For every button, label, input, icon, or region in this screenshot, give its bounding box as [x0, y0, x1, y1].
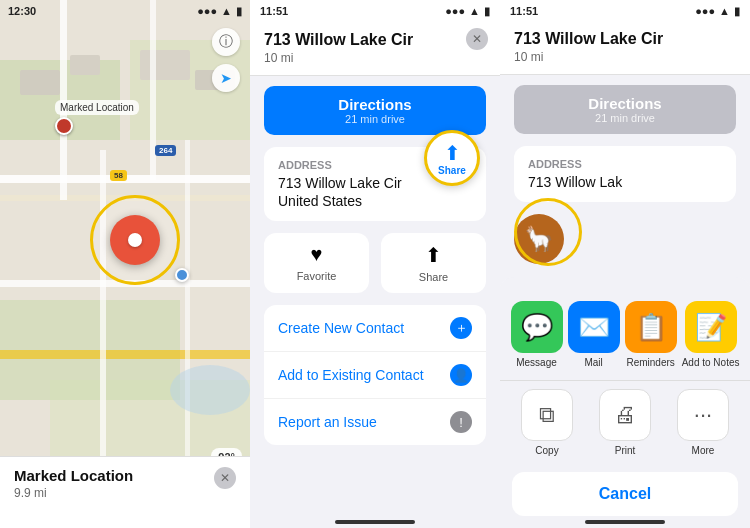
- map-location-info: Marked Location 9.9 mi: [14, 467, 214, 500]
- map-bottom-bar: Marked Location 9.9 mi ✕: [0, 456, 250, 528]
- share-bubble-label: Share: [438, 165, 466, 176]
- share-actions-row: ⧉ Copy 🖨 Print ··· More: [500, 380, 750, 464]
- detail-status-icons: ●●● ▲ ▮: [445, 5, 490, 18]
- svg-rect-7: [140, 50, 190, 80]
- map-panel: 12:30 ●●● ▲ ▮ ⓘ ➤ 58 264 Marked Location…: [0, 0, 250, 528]
- share-icon-bubble: ⬆ Share: [424, 130, 480, 186]
- print-label: Print: [615, 445, 636, 456]
- pin-dot: [55, 117, 73, 135]
- detail-status-bar: 11:51 ●●● ▲ ▮: [250, 0, 500, 22]
- share-address-label-bg: Address: [528, 158, 722, 170]
- notes-app-label: Add to Notes: [682, 357, 740, 368]
- detail-body: Address 713 Willow Lake Cir United State…: [250, 135, 500, 528]
- share-header-bg: 713 Willow Lake Cir 10 mi: [500, 22, 750, 75]
- pin-center: [128, 233, 142, 247]
- share-home-indicator: [585, 520, 665, 524]
- favorite-button[interactable]: ♥ Favorite: [264, 233, 369, 293]
- share-status-bar-bg: 11:51 ●●● ▲ ▮: [500, 0, 750, 22]
- detail-battery-icon: ▮: [484, 5, 490, 18]
- action-buttons-row: ♥ Favorite ⬆ Share: [264, 233, 486, 293]
- user-location-dot: [175, 268, 189, 282]
- create-contact-item[interactable]: Create New Contact ＋: [264, 305, 486, 352]
- road-58-label: 58: [110, 170, 127, 181]
- reminders-app-icon: 📋: [625, 301, 677, 353]
- map-location-title: Marked Location: [14, 467, 214, 484]
- plus-icon: ＋: [450, 317, 472, 339]
- notes-app-icon: 📝: [685, 301, 737, 353]
- copy-action-item[interactable]: ⧉ Copy: [521, 389, 573, 456]
- reminders-app-label: Reminders: [626, 357, 674, 368]
- report-issue-item[interactable]: Report an Issue !: [264, 399, 486, 445]
- selected-pin-ring: [90, 195, 180, 285]
- message-app-icon: 💬: [511, 301, 563, 353]
- status-time: 12:30: [8, 5, 36, 17]
- share-sheet: 💬 Message ✉️ Mail 📋 Reminders 📝 Add to N…: [500, 277, 750, 528]
- battery-icon: ▮: [236, 5, 242, 18]
- detail-wifi-icon: ▲: [469, 5, 480, 17]
- copy-label: Copy: [535, 445, 558, 456]
- contact-avatar: 🦙: [514, 214, 564, 264]
- cancel-label: Cancel: [599, 485, 651, 502]
- directions-button-label: Directions: [274, 96, 476, 113]
- mail-app-icon: ✉️: [568, 301, 620, 353]
- create-contact-label: Create New Contact: [278, 320, 404, 336]
- detail-header: 713 Willow Lake Cir 10 mi: [250, 22, 500, 76]
- print-icon: 🖨: [599, 389, 651, 441]
- detail-distance: 10 mi: [264, 51, 486, 65]
- road-264-label: 264: [155, 145, 176, 156]
- info-button[interactable]: ⓘ: [212, 28, 240, 56]
- directions-button[interactable]: Directions 21 min drive: [264, 86, 486, 135]
- share-address-bg: Address 713 Willow Lak: [514, 146, 736, 202]
- share-label: Share: [419, 271, 448, 283]
- svg-rect-6: [70, 55, 100, 75]
- share-button[interactable]: ⬆ Share: [381, 233, 486, 293]
- svg-rect-14: [0, 350, 250, 359]
- compass-button[interactable]: ➤: [212, 64, 240, 92]
- share-apps-row: 💬 Message ✉️ Mail 📋 Reminders 📝 Add to N…: [500, 289, 750, 380]
- map-location-distance: 9.9 mi: [14, 486, 214, 500]
- add-contact-label: Add to Existing Contact: [278, 367, 424, 383]
- share-title-bg: 713 Willow Lake Cir: [514, 30, 736, 48]
- add-contact-item[interactable]: Add to Existing Contact 👤: [264, 352, 486, 399]
- selected-pin: [110, 215, 160, 265]
- person-icon: 👤: [450, 364, 472, 386]
- detail-panel: 11:51 ●●● ▲ ▮ 713 Willow Lake Cir 10 mi …: [250, 0, 500, 528]
- detail-close-button[interactable]: ✕: [466, 28, 488, 50]
- share-directions-label-bg: Directions: [524, 95, 726, 112]
- copy-icon: ⧉: [521, 389, 573, 441]
- report-issue-label: Report an Issue: [278, 414, 377, 430]
- wifi-icon: ▲: [221, 5, 232, 17]
- share-avatar-row: 🦙: [514, 214, 736, 264]
- more-label: More: [692, 445, 715, 456]
- marked-location-pin[interactable]: Marked Location: [55, 100, 139, 135]
- signal-icon: ●●●: [197, 5, 217, 17]
- reminders-app-item[interactable]: 📋 Reminders: [625, 301, 677, 368]
- favorite-label: Favorite: [297, 270, 337, 282]
- share-bubble-icon: ⬆: [444, 141, 461, 165]
- share-address-value-bg: 713 Willow Lak: [528, 174, 722, 190]
- share-directions-sub-bg: 21 min drive: [524, 112, 726, 124]
- share-distance-bg: 10 mi: [514, 50, 736, 64]
- status-bar: 12:30 ●●● ▲ ▮: [0, 0, 250, 22]
- svg-rect-5: [20, 70, 60, 95]
- share-panel: 11:51 ●●● ▲ ▮ 713 Willow Lake Cir 10 mi …: [500, 0, 750, 528]
- directions-button-sublabel: 21 min drive: [274, 113, 476, 125]
- status-icons: ●●● ▲ ▮: [197, 5, 242, 18]
- pin-label: Marked Location: [55, 100, 139, 115]
- mail-app-item[interactable]: ✉️ Mail: [568, 301, 620, 368]
- more-action-item[interactable]: ··· More: [677, 389, 729, 456]
- share-directions-btn-bg: Directions 21 min drive: [514, 85, 736, 134]
- share-icon: ⬆: [425, 243, 442, 267]
- notes-app-item[interactable]: 📝 Add to Notes: [682, 301, 740, 368]
- detail-title: 713 Willow Lake Cir: [264, 30, 486, 49]
- cancel-button[interactable]: Cancel: [512, 472, 738, 516]
- detail-status-time: 11:51: [260, 5, 288, 17]
- detail-signal-icon: ●●●: [445, 5, 465, 17]
- print-action-item[interactable]: 🖨 Print: [599, 389, 651, 456]
- mail-app-label: Mail: [584, 357, 602, 368]
- heart-icon: ♥: [311, 243, 323, 266]
- share-status-icons-bg: ●●● ▲ ▮: [695, 5, 740, 18]
- map-close-button[interactable]: ✕: [214, 467, 236, 489]
- svg-point-17: [170, 365, 250, 415]
- message-app-item[interactable]: 💬 Message: [511, 301, 563, 368]
